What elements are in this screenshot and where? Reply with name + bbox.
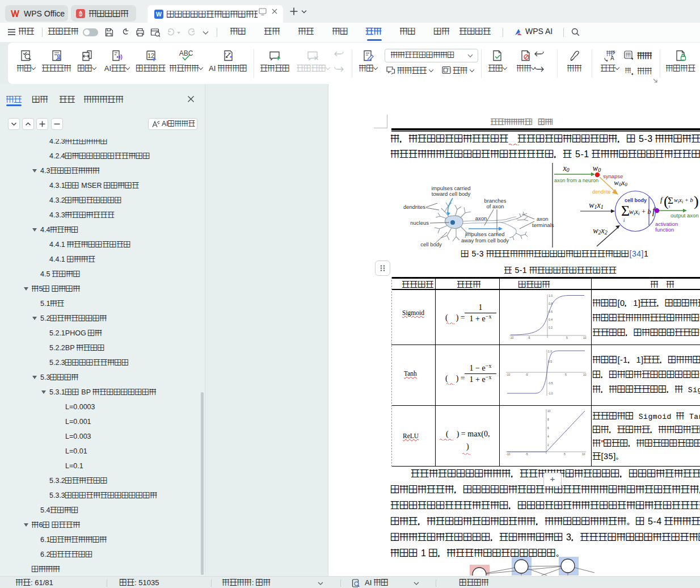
svg-text:简: 简 <box>626 52 631 58</box>
svg-text:function: function <box>655 226 674 233</box>
svg-text:): ) <box>694 193 699 209</box>
svg-text:w0x0: w0x0 <box>614 178 627 187</box>
svg-text:-10: -10 <box>506 373 510 376</box>
svg-text:axon: axon <box>475 215 487 221</box>
svg-text:nucleus: nucleus <box>410 220 429 226</box>
svg-text:-10: -10 <box>509 336 513 339</box>
svg-text:5: 5 <box>564 452 566 456</box>
svg-text:impulses carried: impulses carried <box>465 231 504 237</box>
svg-text:of axon: of axon <box>486 203 504 209</box>
svg-text:-5: -5 <box>528 336 530 339</box>
svg-text:1.0: 1.0 <box>548 350 552 353</box>
svg-text:2: 2 <box>547 443 549 447</box>
svg-text:12: 12 <box>147 52 154 59</box>
svg-text:10: 10 <box>547 409 551 413</box>
svg-text:1.0: 1.0 <box>549 294 553 297</box>
svg-text:5: 5 <box>566 336 568 339</box>
svg-text:10: 10 <box>582 452 585 456</box>
svg-text:i: i <box>669 204 670 209</box>
svg-text:0.2: 0.2 <box>549 326 553 329</box>
svg-text:6: 6 <box>547 426 549 430</box>
svg-text:A: A <box>610 55 614 61</box>
svg-text:terminals: terminals <box>532 222 554 228</box>
svg-text:10: 10 <box>583 336 587 339</box>
svg-text:output axon: output axon <box>671 212 699 219</box>
svg-text:-5: -5 <box>525 373 528 376</box>
svg-text:dendrites: dendrites <box>403 204 425 210</box>
svg-text:w2x2: w2x2 <box>593 226 608 236</box>
svg-text:4: 4 <box>547 435 549 438</box>
svg-text:toward cell body: toward cell body <box>432 191 471 197</box>
svg-text:8: 8 <box>547 418 549 421</box>
svg-text:10: 10 <box>583 373 587 376</box>
svg-text:w1x1: w1x1 <box>589 201 604 210</box>
svg-text:ABC: ABC <box>179 49 193 57</box>
svg-text:cell body: cell body <box>420 241 442 247</box>
svg-text:繁: 繁 <box>625 67 631 74</box>
svg-text:i: i <box>623 218 625 223</box>
svg-text:-5: -5 <box>525 452 528 456</box>
svg-text:W: W <box>156 11 162 18</box>
svg-text:w0: w0 <box>593 164 601 173</box>
svg-text:axon from a neuron: axon from a neuron <box>554 178 598 183</box>
svg-text:axon: axon <box>537 216 549 222</box>
svg-text:-10: -10 <box>506 452 510 456</box>
svg-text:wixi + b: wixi + b <box>629 208 651 216</box>
svg-text:5: 5 <box>565 373 567 376</box>
svg-text:-1.0: -1.0 <box>548 392 553 395</box>
svg-text:away from cell body: away from cell body <box>461 237 509 243</box>
svg-text:dendrite: dendrite <box>592 189 611 195</box>
svg-text:wixi + b: wixi + b <box>674 197 693 204</box>
svg-text:synapse: synapse <box>603 173 623 179</box>
svg-text:-0.5: -0.5 <box>548 381 553 385</box>
svg-text:Σ: Σ <box>621 203 630 219</box>
svg-text:x0: x0 <box>562 164 569 173</box>
svg-text:0.4: 0.4 <box>549 318 553 321</box>
